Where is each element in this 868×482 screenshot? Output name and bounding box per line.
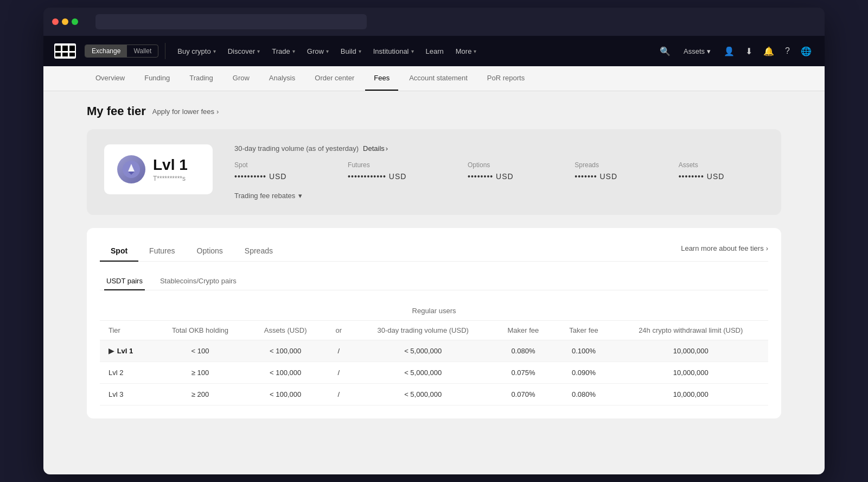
address-bar[interactable] [95,14,367,29]
sub-nav-analysis[interactable]: Analysis [260,66,304,91]
globe-icon[interactable]: 🌐 [799,44,814,59]
nav-divider [165,43,165,59]
apply-lower-fees-link[interactable]: Apply for lower fees › [152,107,219,116]
nav-right: 🔍 Assets ▾ 👤 ⬇ 🔔 ? 🌐 [658,44,814,59]
chevron-down-icon: ▾ [411,48,414,54]
download-icon[interactable]: ⬇ [743,44,755,59]
bell-icon[interactable]: 🔔 [761,44,776,59]
maximize-dot[interactable] [72,18,78,25]
spot-volume: Spot •••••••••• USD [234,161,326,181]
assets-volume: Assets •••••••• USD [679,161,764,181]
table-header-row: Tier Total OKB holding Assets (USD) or 3… [100,321,768,340]
chevron-right-icon: › [386,144,388,153]
sub-nav: Overview Funding Trading Grow Analysis O… [43,66,825,91]
fee-volumes: Spot •••••••••• USD Futures ••••••••••••… [234,161,764,181]
fee-stats-label: 30-day trading volume (as of yesterday) … [234,144,764,153]
user-icon[interactable]: 👤 [722,44,737,59]
sub-nav-funding[interactable]: Funding [136,66,178,91]
minimize-dot[interactable] [62,18,68,25]
chevron-down-icon: ▾ [474,48,476,54]
tab-spreads[interactable]: Spreads [234,241,284,262]
learn-more-fee-tiers-link[interactable]: Learn more about fee tiers › [681,244,768,258]
tier-level: Lvl 1 [153,156,188,174]
nav-learn[interactable]: Learn [420,43,449,60]
tab-futures[interactable]: Futures [138,241,186,262]
svg-rect-3 [55,53,61,56]
tab-spot[interactable]: Spot [100,241,138,262]
nav-buy-crypto[interactable]: Buy crypto ▾ [172,43,221,60]
sub-nav-por-reports[interactable]: PoR reports [478,66,533,91]
svg-rect-1 [62,46,68,51]
tab-stablecoins-pairs[interactable]: Stablecoins/Crypto pairs [158,272,239,290]
nav-trade[interactable]: Trade ▾ [266,43,300,60]
svg-rect-4 [62,53,68,56]
svg-rect-2 [69,46,75,51]
pair-type-tabs: USDT pairs Stablecoins/Crypto pairs [100,272,768,290]
svg-rect-5 [69,53,75,56]
chevron-right-icon: › [766,244,768,252]
fee-table-wrapper: Regular users Tier Total OKB holding Ass… [100,301,768,405]
chevron-down-icon: ▾ [326,48,329,54]
fee-stats: 30-day trading volume (as of yesterday) … [234,144,764,200]
sub-nav-trading[interactable]: Trading [181,66,222,91]
sub-nav-account-statement[interactable]: Account statement [400,66,476,91]
chevron-right-icon: › [216,107,219,116]
user-tier-badge: Lvl 1 T**********s [104,144,213,194]
nav-institutional[interactable]: Institutional ▾ [368,43,419,60]
table-row[interactable]: Lvl 2 ≥ 100 < 100,000 / < 5,000,000 0.07… [100,362,768,384]
exchange-toggle-btn[interactable]: Exchange [85,45,127,57]
chevron-down-icon: ▾ [359,48,361,54]
wallet-toggle-btn[interactable]: Wallet [127,45,158,57]
tier-username: T**********s [153,175,188,182]
nav-more[interactable]: More ▾ [450,43,482,60]
chevron-down-icon: ▾ [298,192,302,200]
fee-type-tabs: Spot Futures Options Spreads Learn more … [100,241,768,262]
nav-grow[interactable]: Grow ▾ [302,43,334,60]
table-row[interactable]: ▶ Lvl 1 < 100 < 100,000 / < 5,000,000 0.… [100,340,768,362]
fee-table: Regular users Tier Total OKB holding Ass… [100,301,768,405]
spreads-volume: Spreads ••••••• USD [575,161,656,181]
fee-type-tabs-left: Spot Futures Options Spreads [100,241,284,261]
chevron-down-icon: ▾ [213,48,216,54]
fee-tier-header: My fee tier Apply for lower fees › [87,104,781,118]
fee-table-section: Spot Futures Options Spreads Learn more … [87,228,781,418]
rebates-row[interactable]: Trading fee rebates ▾ [234,192,764,200]
chevron-down-icon: ▾ [707,47,711,55]
logo-icon [54,43,76,59]
nav-items: Buy crypto ▾ Discover ▾ Trade ▾ Grow ▾ B… [172,43,658,60]
sub-nav-order-center[interactable]: Order center [306,66,363,91]
close-dot[interactable] [52,18,59,25]
logo[interactable] [54,43,76,59]
fee-card: Lvl 1 T**********s 30-day trading volume… [87,129,781,215]
tier-avatar [117,155,145,183]
table-section-header: Regular users [100,301,768,321]
tab-usdt-pairs[interactable]: USDT pairs [104,272,145,290]
top-nav: Exchange Wallet Buy crypto ▾ Discover ▾ … [43,36,825,66]
search-icon[interactable]: 🔍 [658,44,673,59]
table-row[interactable]: Lvl 3 ≥ 200 < 100,000 / < 5,000,000 0.07… [100,384,768,405]
nav-build[interactable]: Build ▾ [335,43,367,60]
details-link[interactable]: Details › [363,144,388,153]
tier-info: Lvl 1 T**********s [153,156,188,182]
chevron-down-icon: ▾ [257,48,260,54]
sub-nav-grow[interactable]: Grow [224,66,258,91]
main-content: My fee tier Apply for lower fees › [43,91,825,432]
futures-volume: Futures •••••••••••• USD [348,161,446,181]
tab-options[interactable]: Options [186,241,234,262]
svg-rect-0 [55,46,61,51]
nav-discover[interactable]: Discover ▾ [222,43,266,60]
page-title: My fee tier [87,104,146,118]
sub-nav-overview[interactable]: Overview [87,66,133,91]
assets-button[interactable]: Assets ▾ [679,45,715,58]
sub-nav-fees[interactable]: Fees [365,66,398,91]
options-volume: Options •••••••• USD [468,161,553,181]
exchange-wallet-toggle: Exchange Wallet [85,45,158,58]
help-icon[interactable]: ? [783,44,792,58]
current-tier-indicator: ▶ [108,347,114,355]
chevron-down-icon: ▾ [292,48,295,54]
